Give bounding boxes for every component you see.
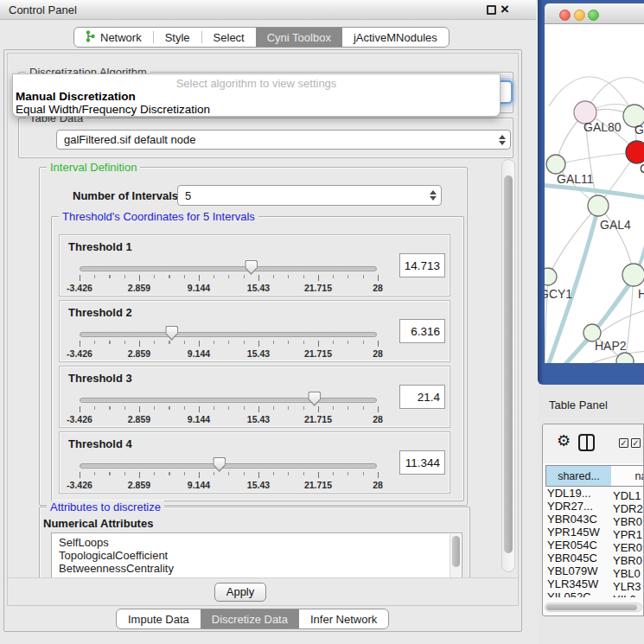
column-header-name[interactable]: na bbox=[611, 465, 644, 487]
tab-jactivemnodules[interactable]: jActiveMNodules bbox=[342, 28, 449, 47]
threshold-3-panel: Threshold 3 -3.426 2.859 9.144 bbox=[59, 366, 450, 428]
column-header-shared[interactable]: shared... bbox=[545, 465, 612, 487]
zoom-traffic-light-icon[interactable] bbox=[588, 10, 599, 21]
list-scrollbar-thumb[interactable] bbox=[452, 536, 460, 567]
window-title: Control Panel bbox=[9, 3, 77, 16]
tab-select-label: Select bbox=[214, 31, 245, 44]
apply-button[interactable]: Apply bbox=[214, 583, 266, 602]
numerical-attributes-list[interactable]: SelfLoops TopologicalCoefficient Between… bbox=[51, 532, 462, 580]
apply-row: Apply bbox=[8, 577, 519, 606]
tick-label: 9.144 bbox=[188, 283, 210, 293]
table-row[interactable]: YLR345WYLR3 bbox=[545, 577, 644, 590]
table-rows[interactable]: YDL19...YDL1 YDR27...YDR2 YBR043CYBR0 YP… bbox=[545, 487, 644, 597]
tab-impute-data-label: Impute Data bbox=[128, 613, 189, 626]
table-row[interactable]: YBR045CYBR0 bbox=[545, 552, 644, 564]
network-view-window: GAL80 GA C GAL11 GAL4 GCY1 H HAP2 bbox=[538, 0, 644, 385]
control-panel-titlebar[interactable]: Control Panel × bbox=[0, 0, 536, 20]
table-toolbar: ⚙ ✓ ✓ bbox=[543, 424, 643, 463]
tab-network[interactable]: Network bbox=[74, 28, 153, 47]
node-red-selected[interactable] bbox=[626, 141, 644, 163]
close-icon[interactable]: × bbox=[501, 0, 509, 19]
number-of-intervals-combobox[interactable]: 5 bbox=[177, 185, 442, 206]
tab-impute-data[interactable]: Impute Data bbox=[117, 609, 201, 628]
table-row[interactable]: YDL19...YDL1 bbox=[545, 487, 644, 500]
list-item[interactable]: SelfLoops bbox=[52, 536, 462, 549]
table-row[interactable]: YIL052CYIL0 bbox=[545, 590, 644, 597]
checkbox-icon[interactable]: ✓ bbox=[631, 438, 641, 448]
tab-discretize-data[interactable]: Discretize Data bbox=[201, 609, 299, 628]
tick-label: -3.426 bbox=[67, 480, 92, 490]
tab-infer-network[interactable]: Infer Network bbox=[299, 609, 388, 628]
settings-vertical-scrollbar[interactable] bbox=[501, 159, 515, 572]
slider-thumb[interactable] bbox=[165, 326, 178, 341]
tick-label: 2.859 bbox=[128, 480, 150, 490]
node-label-gal80: GAL80 bbox=[583, 120, 622, 134]
slider-tick-labels: -3.426 2.859 9.144 15.43 21.715 28 bbox=[80, 480, 378, 490]
thresholds-group: Threshold's Coordinates for 5 Intervals … bbox=[51, 216, 464, 501]
screen: Control Panel × Network Style bbox=[0, 0, 644, 644]
table-panel-title: Table Panel bbox=[549, 399, 608, 411]
slider-track[interactable] bbox=[80, 332, 377, 337]
table-scrollbar-thumb[interactable] bbox=[546, 604, 637, 610]
threshold-4-slider[interactable]: -3.426 2.859 9.144 15.43 21.715 28 bbox=[60, 432, 450, 493]
threshold-4-value-field[interactable] bbox=[399, 450, 445, 475]
gear-icon[interactable]: ⚙ bbox=[557, 431, 571, 450]
threshold-2-value-field[interactable] bbox=[399, 319, 445, 343]
table-row[interactable]: YBR043CYBR0 bbox=[545, 513, 644, 526]
table-row[interactable]: YPR145WYPR1 bbox=[545, 526, 644, 539]
tick-label: 21.715 bbox=[304, 283, 332, 293]
threshold-1-value-field[interactable] bbox=[399, 253, 445, 277]
network-canvas[interactable]: GAL80 GA C GAL11 GAL4 GCY1 H HAP2 bbox=[545, 24, 644, 363]
threshold-2-panel: Threshold 2 -3.426 2.859 9.144 bbox=[59, 300, 450, 362]
node-h[interactable] bbox=[622, 264, 644, 286]
tick-label: 21.715 bbox=[304, 480, 332, 490]
threshold-1-slider[interactable]: -3.426 2.859 9.144 15.43 21.715 28 bbox=[60, 235, 450, 296]
threshold-4-panel: Threshold 4 -3.426 2.859 9.144 bbox=[59, 431, 450, 494]
slider-track[interactable] bbox=[80, 463, 377, 469]
node-partial[interactable] bbox=[616, 353, 634, 363]
table-row[interactable]: YDR27...YDR2 bbox=[545, 500, 644, 513]
tick-label: 28 bbox=[373, 414, 383, 424]
tick-label: 15.43 bbox=[247, 348, 270, 359]
slider-track[interactable] bbox=[80, 398, 377, 403]
close-traffic-light-icon[interactable] bbox=[559, 10, 571, 21]
threshold-3-value-field[interactable] bbox=[399, 385, 445, 409]
cell: YIL0 bbox=[613, 593, 636, 597]
table-row[interactable]: YBL079WYBL0 bbox=[545, 564, 644, 577]
node-label-hap2: HAP2 bbox=[595, 339, 627, 353]
tab-cyni-toolbox[interactable]: Cyni Toolbox bbox=[256, 28, 342, 47]
algorithm-dropdown-popup: Select algorithm to view settings Manual… bbox=[12, 73, 501, 117]
slider-thumb[interactable] bbox=[245, 260, 258, 275]
slider-major-ticks bbox=[80, 472, 379, 478]
table-row[interactable]: YER054CYER0 bbox=[545, 539, 644, 552]
network-window-titlebar[interactable] bbox=[545, 3, 644, 24]
table-horizontal-scrollbar[interactable] bbox=[545, 603, 642, 612]
checkbox-icon[interactable]: ✓ bbox=[619, 438, 628, 448]
settings-scrollbar-thumb[interactable] bbox=[504, 175, 513, 553]
minimize-traffic-light-icon[interactable] bbox=[574, 10, 585, 21]
threshold-3-slider[interactable]: -3.426 2.859 9.144 15.43 21.715 28 bbox=[60, 367, 450, 427]
threshold-2-slider[interactable]: -3.426 2.859 9.144 15.43 21.715 28 bbox=[60, 301, 450, 361]
cell: YDL19... bbox=[545, 487, 613, 500]
tab-discretize-data-label: Discretize Data bbox=[212, 613, 288, 626]
tab-select[interactable]: Select bbox=[202, 28, 256, 47]
float-window-icon[interactable] bbox=[487, 5, 496, 15]
node-gcy1[interactable] bbox=[545, 268, 557, 285]
table-data-combobox[interactable]: galFiltered.sif default node bbox=[56, 130, 511, 150]
cell: YER054C bbox=[545, 539, 613, 552]
column-layout-icon[interactable] bbox=[578, 434, 595, 451]
cell: YDR27... bbox=[545, 500, 613, 513]
slider-track[interactable] bbox=[80, 266, 377, 271]
list-scrollbar[interactable] bbox=[450, 534, 461, 580]
list-item[interactable]: BetweennessCentrality bbox=[52, 562, 462, 575]
node-label-h: H bbox=[638, 287, 644, 301]
tab-style[interactable]: Style bbox=[154, 28, 201, 47]
node-gal11[interactable] bbox=[546, 155, 565, 174]
slider-thumb[interactable] bbox=[308, 392, 321, 406]
tab-infer-network-label: Infer Network bbox=[310, 613, 377, 626]
algorithm-option-equal-width[interactable]: Equal Width/Frequency Discretization bbox=[16, 103, 210, 116]
node-gal4[interactable] bbox=[588, 195, 609, 216]
slider-thumb[interactable] bbox=[213, 457, 226, 472]
list-item[interactable]: TopologicalCoefficient bbox=[52, 549, 462, 562]
algorithm-option-manual[interactable]: Manual Discretization bbox=[16, 90, 136, 103]
